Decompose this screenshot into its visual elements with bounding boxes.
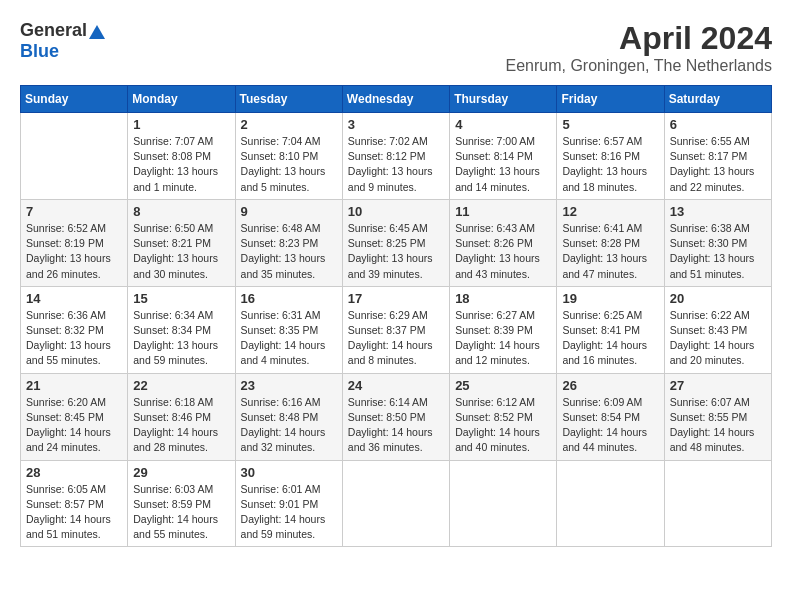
day-number: 28 bbox=[26, 465, 122, 480]
day-info: Sunrise: 6:07 AM Sunset: 8:55 PM Dayligh… bbox=[670, 395, 766, 456]
day-cell bbox=[664, 460, 771, 547]
day-info: Sunrise: 6:52 AM Sunset: 8:19 PM Dayligh… bbox=[26, 221, 122, 282]
day-number: 22 bbox=[133, 378, 229, 393]
day-cell: 16 Sunrise: 6:31 AM Sunset: 8:35 PM Dayl… bbox=[235, 286, 342, 373]
day-cell: 30 Sunrise: 6:01 AM Sunset: 9:01 PM Dayl… bbox=[235, 460, 342, 547]
location-title: Eenrum, Groningen, The Netherlands bbox=[505, 57, 772, 75]
day-cell: 15 Sunrise: 6:34 AM Sunset: 8:34 PM Dayl… bbox=[128, 286, 235, 373]
day-cell: 20 Sunrise: 6:22 AM Sunset: 8:43 PM Dayl… bbox=[664, 286, 771, 373]
day-info: Sunrise: 6:57 AM Sunset: 8:16 PM Dayligh… bbox=[562, 134, 658, 195]
day-cell: 22 Sunrise: 6:18 AM Sunset: 8:46 PM Dayl… bbox=[128, 373, 235, 460]
day-number: 25 bbox=[455, 378, 551, 393]
day-info: Sunrise: 6:27 AM Sunset: 8:39 PM Dayligh… bbox=[455, 308, 551, 369]
day-info: Sunrise: 6:45 AM Sunset: 8:25 PM Dayligh… bbox=[348, 221, 444, 282]
day-cell bbox=[450, 460, 557, 547]
day-info: Sunrise: 7:00 AM Sunset: 8:14 PM Dayligh… bbox=[455, 134, 551, 195]
day-info: Sunrise: 7:07 AM Sunset: 8:08 PM Dayligh… bbox=[133, 134, 229, 195]
day-info: Sunrise: 6:12 AM Sunset: 8:52 PM Dayligh… bbox=[455, 395, 551, 456]
week-row-2: 7 Sunrise: 6:52 AM Sunset: 8:19 PM Dayli… bbox=[21, 199, 772, 286]
day-number: 24 bbox=[348, 378, 444, 393]
calendar-table: SundayMondayTuesdayWednesdayThursdayFrid… bbox=[20, 85, 772, 547]
day-cell: 1 Sunrise: 7:07 AM Sunset: 8:08 PM Dayli… bbox=[128, 113, 235, 200]
day-cell: 10 Sunrise: 6:45 AM Sunset: 8:25 PM Dayl… bbox=[342, 199, 449, 286]
day-info: Sunrise: 6:25 AM Sunset: 8:41 PM Dayligh… bbox=[562, 308, 658, 369]
day-info: Sunrise: 6:48 AM Sunset: 8:23 PM Dayligh… bbox=[241, 221, 337, 282]
day-info: Sunrise: 6:05 AM Sunset: 8:57 PM Dayligh… bbox=[26, 482, 122, 543]
page-header: General Blue April 2024 Eenrum, Groninge… bbox=[20, 20, 772, 75]
day-cell: 4 Sunrise: 7:00 AM Sunset: 8:14 PM Dayli… bbox=[450, 113, 557, 200]
day-info: Sunrise: 6:03 AM Sunset: 8:59 PM Dayligh… bbox=[133, 482, 229, 543]
day-number: 8 bbox=[133, 204, 229, 219]
day-info: Sunrise: 6:29 AM Sunset: 8:37 PM Dayligh… bbox=[348, 308, 444, 369]
day-cell: 23 Sunrise: 6:16 AM Sunset: 8:48 PM Dayl… bbox=[235, 373, 342, 460]
day-cell: 7 Sunrise: 6:52 AM Sunset: 8:19 PM Dayli… bbox=[21, 199, 128, 286]
day-number: 18 bbox=[455, 291, 551, 306]
month-title: April 2024 bbox=[505, 20, 772, 57]
day-number: 29 bbox=[133, 465, 229, 480]
title-area: April 2024 Eenrum, Groningen, The Nether… bbox=[505, 20, 772, 75]
day-info: Sunrise: 7:02 AM Sunset: 8:12 PM Dayligh… bbox=[348, 134, 444, 195]
day-cell bbox=[21, 113, 128, 200]
col-header-saturday: Saturday bbox=[664, 86, 771, 113]
day-number: 10 bbox=[348, 204, 444, 219]
day-number: 17 bbox=[348, 291, 444, 306]
day-info: Sunrise: 6:01 AM Sunset: 9:01 PM Dayligh… bbox=[241, 482, 337, 543]
day-number: 19 bbox=[562, 291, 658, 306]
day-number: 11 bbox=[455, 204, 551, 219]
week-row-5: 28 Sunrise: 6:05 AM Sunset: 8:57 PM Dayl… bbox=[21, 460, 772, 547]
day-info: Sunrise: 6:38 AM Sunset: 8:30 PM Dayligh… bbox=[670, 221, 766, 282]
week-row-4: 21 Sunrise: 6:20 AM Sunset: 8:45 PM Dayl… bbox=[21, 373, 772, 460]
col-header-tuesday: Tuesday bbox=[235, 86, 342, 113]
logo-icon bbox=[89, 25, 105, 39]
day-number: 20 bbox=[670, 291, 766, 306]
day-cell: 17 Sunrise: 6:29 AM Sunset: 8:37 PM Dayl… bbox=[342, 286, 449, 373]
day-info: Sunrise: 6:41 AM Sunset: 8:28 PM Dayligh… bbox=[562, 221, 658, 282]
day-cell: 24 Sunrise: 6:14 AM Sunset: 8:50 PM Dayl… bbox=[342, 373, 449, 460]
day-cell: 13 Sunrise: 6:38 AM Sunset: 8:30 PM Dayl… bbox=[664, 199, 771, 286]
day-number: 13 bbox=[670, 204, 766, 219]
day-info: Sunrise: 6:31 AM Sunset: 8:35 PM Dayligh… bbox=[241, 308, 337, 369]
week-row-3: 14 Sunrise: 6:36 AM Sunset: 8:32 PM Dayl… bbox=[21, 286, 772, 373]
day-number: 12 bbox=[562, 204, 658, 219]
day-number: 30 bbox=[241, 465, 337, 480]
day-cell: 29 Sunrise: 6:03 AM Sunset: 8:59 PM Dayl… bbox=[128, 460, 235, 547]
day-number: 21 bbox=[26, 378, 122, 393]
day-cell: 21 Sunrise: 6:20 AM Sunset: 8:45 PM Dayl… bbox=[21, 373, 128, 460]
day-cell: 2 Sunrise: 7:04 AM Sunset: 8:10 PM Dayli… bbox=[235, 113, 342, 200]
day-number: 1 bbox=[133, 117, 229, 132]
col-header-friday: Friday bbox=[557, 86, 664, 113]
day-info: Sunrise: 6:55 AM Sunset: 8:17 PM Dayligh… bbox=[670, 134, 766, 195]
day-info: Sunrise: 6:18 AM Sunset: 8:46 PM Dayligh… bbox=[133, 395, 229, 456]
day-cell: 6 Sunrise: 6:55 AM Sunset: 8:17 PM Dayli… bbox=[664, 113, 771, 200]
day-info: Sunrise: 6:14 AM Sunset: 8:50 PM Dayligh… bbox=[348, 395, 444, 456]
day-number: 23 bbox=[241, 378, 337, 393]
day-info: Sunrise: 6:09 AM Sunset: 8:54 PM Dayligh… bbox=[562, 395, 658, 456]
day-info: Sunrise: 7:04 AM Sunset: 8:10 PM Dayligh… bbox=[241, 134, 337, 195]
day-number: 7 bbox=[26, 204, 122, 219]
day-cell: 12 Sunrise: 6:41 AM Sunset: 8:28 PM Dayl… bbox=[557, 199, 664, 286]
day-cell: 25 Sunrise: 6:12 AM Sunset: 8:52 PM Dayl… bbox=[450, 373, 557, 460]
day-cell: 27 Sunrise: 6:07 AM Sunset: 8:55 PM Dayl… bbox=[664, 373, 771, 460]
col-header-sunday: Sunday bbox=[21, 86, 128, 113]
day-cell: 3 Sunrise: 7:02 AM Sunset: 8:12 PM Dayli… bbox=[342, 113, 449, 200]
day-number: 27 bbox=[670, 378, 766, 393]
day-info: Sunrise: 6:20 AM Sunset: 8:45 PM Dayligh… bbox=[26, 395, 122, 456]
day-number: 9 bbox=[241, 204, 337, 219]
day-number: 16 bbox=[241, 291, 337, 306]
calendar-header-row: SundayMondayTuesdayWednesdayThursdayFrid… bbox=[21, 86, 772, 113]
day-cell: 18 Sunrise: 6:27 AM Sunset: 8:39 PM Dayl… bbox=[450, 286, 557, 373]
day-info: Sunrise: 6:22 AM Sunset: 8:43 PM Dayligh… bbox=[670, 308, 766, 369]
day-number: 26 bbox=[562, 378, 658, 393]
day-cell bbox=[557, 460, 664, 547]
day-cell: 9 Sunrise: 6:48 AM Sunset: 8:23 PM Dayli… bbox=[235, 199, 342, 286]
day-number: 3 bbox=[348, 117, 444, 132]
day-info: Sunrise: 6:43 AM Sunset: 8:26 PM Dayligh… bbox=[455, 221, 551, 282]
day-cell: 5 Sunrise: 6:57 AM Sunset: 8:16 PM Dayli… bbox=[557, 113, 664, 200]
logo-blue-text: Blue bbox=[20, 41, 59, 61]
week-row-1: 1 Sunrise: 7:07 AM Sunset: 8:08 PM Dayli… bbox=[21, 113, 772, 200]
day-number: 2 bbox=[241, 117, 337, 132]
logo-general-text: General bbox=[20, 20, 87, 40]
col-header-wednesday: Wednesday bbox=[342, 86, 449, 113]
day-cell: 11 Sunrise: 6:43 AM Sunset: 8:26 PM Dayl… bbox=[450, 199, 557, 286]
day-number: 15 bbox=[133, 291, 229, 306]
